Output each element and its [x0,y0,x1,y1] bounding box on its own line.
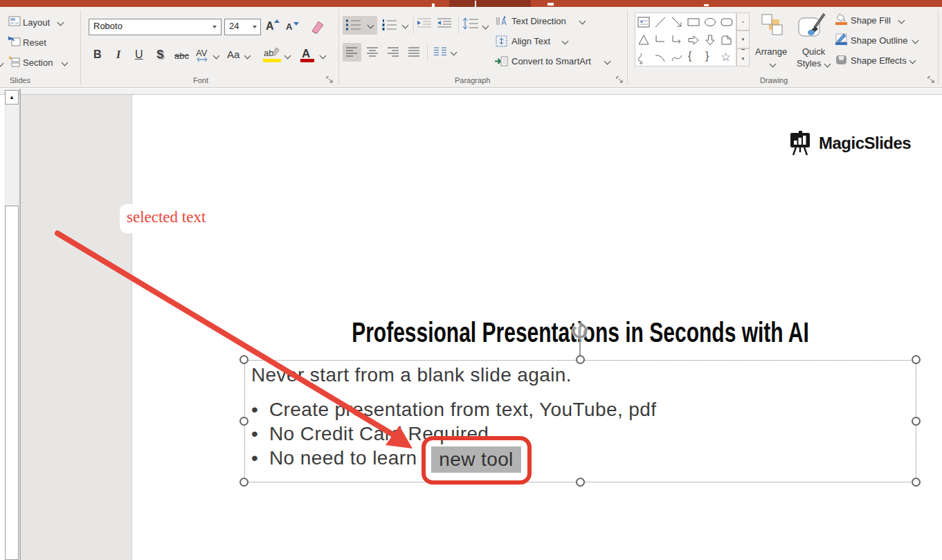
align-center-button[interactable] [363,43,382,62]
dropdown-arrow-icon[interactable] [212,26,217,28]
font-color-button[interactable]: A [299,48,327,64]
pane-divider[interactable] [19,89,21,560]
textbox-selection-border[interactable] [244,360,916,482]
slides-group-label: Slides [10,76,30,84]
shape-right-brace[interactable]: } [705,50,709,62]
shape-fill-label: Shape Fill [851,15,891,26]
shape-line[interactable] [653,15,667,29]
dropdown-arrow-icon[interactable] [253,26,257,28]
italic-button[interactable]: I [114,48,126,64]
shape-effects-label: Shape Effects [851,55,907,66]
quick-styles-label-1: Quick [802,46,825,57]
decrease-indent-button[interactable] [417,17,435,34]
increase-indent-button[interactable] [437,17,455,34]
change-case-button[interactable]: Aa [226,48,253,64]
shape-corner[interactable] [720,33,734,47]
shapes-scroll-down-button[interactable]: ▼ [736,30,750,48]
scrollbar-up-button[interactable]: ▲ [5,90,19,105]
resize-handle-middle-left[interactable] [239,417,248,426]
line-spacing-button[interactable] [462,17,491,34]
group-separator [938,10,939,84]
resize-handle-middle-right[interactable] [912,417,921,426]
shape-left-brace[interactable]: { [688,50,691,62]
font-name-input[interactable] [89,19,221,31]
resize-handle-top-right[interactable] [912,355,921,364]
shape-star[interactable]: ☆ [721,50,731,64]
resize-handle-bottom-right[interactable] [912,478,921,487]
reset-button[interactable]: Reset [6,35,75,52]
chevron-down-icon [320,53,327,60]
align-right-icon [388,47,399,58]
shape-curve[interactable] [670,51,684,65]
align-right-button[interactable] [384,43,403,62]
ribbon-group-drawing: { } ☆ ▲ ▼ ▼ Arrange Quick Styles Shape F… [628,7,938,87]
shapes-more-button[interactable]: ▼ [736,48,750,66]
shrink-font-button[interactable]: A [284,19,301,35]
font-name-combobox[interactable] [89,19,221,35]
layout-button[interactable]: Layout [6,15,75,32]
strikethrough-button[interactable]: abc [173,48,191,64]
shape-rectangle[interactable] [687,15,700,29]
numbered-list-icon [382,19,397,31]
down-caret-icon [293,22,299,26]
paragraph-dialog-launcher[interactable] [616,76,624,84]
text-shadow-button[interactable]: S [154,48,168,64]
clear-formatting-button[interactable] [309,19,327,35]
font-dialog-launcher[interactable] [326,76,334,84]
bullets-button[interactable] [343,16,377,35]
shape-text-box[interactable] [637,15,651,29]
magicslides-logo[interactable]: MagicSlides [790,131,929,159]
magicslides-logo-text: MagicSlides [819,134,911,153]
shape-arrow[interactable] [670,15,684,29]
chevron-down-icon [604,58,611,65]
shape-fill-button[interactable]: Shape Fill [835,13,912,30]
underline-button[interactable]: U [133,48,147,64]
resize-handle-top-left[interactable] [239,355,248,364]
shape-oval[interactable] [703,15,717,29]
align-left-button[interactable] [343,43,361,62]
up-triangle-icon: ▲ [741,19,745,24]
slide-canvas[interactable]: MagicSlides Professional Presentations i… [132,95,942,560]
convert-to-smartart-button[interactable]: Convert to SmartArt [494,55,612,70]
section-label: Section [23,57,53,68]
scrollbar-thumb[interactable] [5,206,19,560]
character-spacing-button[interactable]: AV [194,48,219,64]
magicslides-logo-icon [790,131,814,156]
shape-arc[interactable] [653,51,667,65]
shape-outline-button[interactable]: Shape Outline [835,33,925,50]
quick-styles-button[interactable]: Quick Styles [794,11,831,73]
quick-styles-icon [797,12,827,40]
shapes-scroll-up-button[interactable]: ▲ [736,12,750,30]
up-caret-icon [274,19,280,23]
shape-elbow-connector[interactable] [653,33,667,47]
small-separator [413,17,414,34]
section-button[interactable]: Section [6,55,78,72]
align-text-button[interactable]: Align Text [496,35,579,50]
shape-right-arrow[interactable] [687,33,700,47]
shape-scribble[interactable] [637,51,651,65]
shape-rounded-rectangle[interactable] [720,15,734,29]
font-size-combobox[interactable] [224,19,261,35]
columns-button[interactable] [431,43,460,62]
justify-button[interactable] [405,43,424,62]
rotate-handle-icon[interactable] [570,321,590,341]
arrange-button[interactable]: Arrange [754,11,790,73]
active-tab-highlight[interactable] [449,0,531,7]
shape-outline-label: Shape Outline [851,35,907,46]
numbered-list-button[interactable] [379,16,411,35]
shape-down-arrow[interactable] [703,33,717,47]
shape-effects-button[interactable]: Shape Effects [835,53,925,70]
shapes-gallery: { } ☆ [635,12,736,66]
drawing-dialog-launcher[interactable] [927,76,935,84]
shape-triangle[interactable] [637,33,651,47]
grow-font-button[interactable]: A [264,19,281,35]
shape-elbow-arrow-connector[interactable] [670,33,684,47]
resize-handle-bottom-middle[interactable] [576,478,585,487]
text-direction-button[interactable]: Text Direction [496,15,592,30]
ribbon: Layout Reset Section Slides A A [0,7,942,88]
resize-handle-top-middle[interactable] [576,355,585,364]
highlight-color-button[interactable]: ab [262,48,291,64]
chevron-down-icon [57,19,64,26]
resize-handle-bottom-left[interactable] [239,478,248,487]
bold-button[interactable]: B [92,48,107,64]
